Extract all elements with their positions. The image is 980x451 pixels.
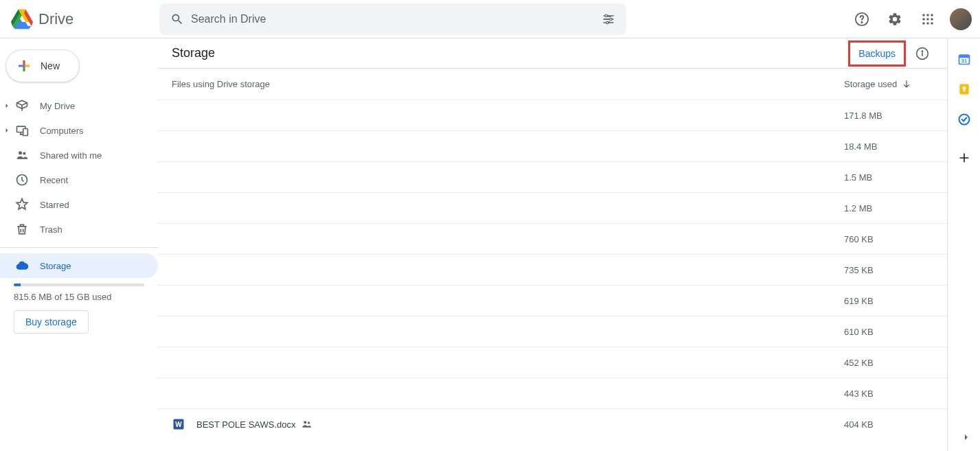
svg-text:31: 31 — [961, 58, 966, 64]
file-row[interactable]: 18.4 MB — [158, 130, 947, 161]
file-size: 443 KB — [844, 389, 926, 399]
file-size: 18.4 MB — [844, 141, 926, 152]
file-row[interactable]: 443 KB — [158, 378, 947, 408]
file-row[interactable]: 619 KB — [158, 285, 947, 316]
info-icon[interactable] — [909, 40, 936, 67]
divider — [0, 247, 158, 248]
nav-label: My Drive — [40, 101, 75, 111]
plus-icon — [16, 58, 32, 74]
arrow-down-icon — [901, 79, 912, 90]
new-button[interactable]: New — [5, 49, 80, 82]
storage-used-text: 815.6 MB of 15 GB used — [14, 292, 144, 302]
clock-icon — [15, 173, 29, 187]
file-size: 1.2 MB — [844, 203, 926, 213]
nav-label: Shared with me — [40, 150, 102, 161]
side-panel: 31 — [947, 38, 980, 451]
file-row[interactable]: 1.5 MB — [158, 161, 947, 192]
search-icon[interactable] — [163, 5, 191, 33]
svg-point-2 — [606, 21, 608, 23]
shared-icon — [15, 148, 29, 162]
add-addon-icon[interactable] — [957, 151, 971, 165]
apps-grid-icon[interactable] — [914, 5, 942, 33]
tasks-app-icon[interactable] — [957, 113, 971, 126]
main-content: Storage Backups Files using Drive storag… — [158, 38, 947, 451]
page-header: Storage Backups — [158, 38, 947, 69]
search-input[interactable] — [191, 13, 595, 25]
file-row[interactable]: 760 KB — [158, 223, 947, 254]
file-size: 619 KB — [844, 296, 926, 306]
nav-trash[interactable]: Trash — [0, 217, 158, 242]
backups-button[interactable]: Backups — [850, 43, 904, 65]
svg-point-8 — [922, 18, 925, 21]
file-row[interactable]: 1.2 MB — [158, 192, 947, 223]
svg-point-16 — [19, 151, 22, 154]
col-size-header[interactable]: Storage used — [844, 79, 926, 90]
nav-label: Computers — [40, 126, 84, 136]
settings-gear-icon[interactable] — [881, 5, 909, 33]
file-rows: 171.8 MB18.4 MB1.5 MB1.2 MB760 KB735 KB6… — [158, 100, 947, 446]
file-size: 735 KB — [844, 265, 926, 275]
svg-text:W: W — [175, 421, 182, 428]
new-button-label: New — [41, 60, 60, 71]
nav-label: Trash — [40, 224, 62, 235]
nav-starred[interactable]: Starred — [0, 192, 158, 217]
file-size: 452 KB — [844, 358, 926, 368]
help-icon[interactable] — [848, 5, 876, 33]
sidebar: New My Drive Computers Shared with me Re… — [0, 38, 158, 451]
calendar-app-icon[interactable]: 31 — [957, 52, 971, 66]
app-header: Drive — [0, 0, 980, 38]
trash-icon — [15, 222, 29, 236]
nav-my-drive[interactable]: My Drive — [0, 93, 158, 118]
file-row[interactable]: 452 KB — [158, 347, 947, 378]
storage-progress — [14, 284, 144, 286]
file-size: 760 KB — [844, 234, 926, 244]
file-name: BEST POLE SAWS.docx — [196, 419, 296, 430]
col-files-header: Files using Drive storage — [172, 79, 844, 89]
buy-storage-button[interactable]: Buy storage — [14, 310, 89, 334]
table-header: Files using Drive storage Storage used — [158, 69, 947, 100]
svg-point-12 — [926, 22, 929, 25]
cloud-icon — [15, 259, 29, 273]
chevron-right-icon — [3, 102, 11, 110]
nav-shared[interactable]: Shared with me — [0, 143, 158, 167]
svg-point-29 — [962, 86, 966, 90]
file-row[interactable]: 610 KB — [158, 316, 947, 347]
file-size: 404 KB — [844, 419, 926, 430]
logo-area[interactable]: Drive — [8, 5, 159, 33]
nav-label: Starred — [40, 200, 69, 210]
nav-recent[interactable]: Recent — [0, 167, 158, 192]
file-size: 1.5 MB — [844, 172, 926, 183]
nav-label: Storage — [40, 261, 71, 271]
file-size: 171.8 MB — [844, 111, 926, 121]
header-actions — [848, 5, 975, 33]
file-size: 610 KB — [844, 327, 926, 337]
search-bar[interactable] — [159, 3, 626, 35]
nav-computers[interactable]: Computers — [0, 118, 158, 143]
collapse-panel-icon[interactable] — [961, 432, 972, 443]
shared-indicator-icon — [301, 419, 312, 430]
svg-point-10 — [931, 18, 933, 21]
nav-label: Recent — [40, 175, 68, 185]
file-row[interactable]: WBEST POLE SAWS.docx404 KB — [158, 408, 947, 439]
svg-point-6 — [926, 14, 929, 16]
account-avatar[interactable] — [950, 8, 972, 30]
svg-point-23 — [304, 421, 306, 424]
svg-point-9 — [926, 18, 929, 21]
svg-point-17 — [23, 152, 25, 154]
keep-app-icon[interactable] — [957, 82, 971, 96]
svg-point-11 — [922, 22, 925, 25]
nav-storage[interactable]: Storage — [0, 253, 158, 278]
svg-point-20 — [922, 51, 922, 51]
my-drive-icon — [15, 99, 29, 113]
file-row[interactable]: 171.8 MB — [158, 100, 947, 130]
drive-logo-icon — [8, 5, 36, 33]
computers-icon — [15, 124, 29, 137]
svg-point-7 — [931, 14, 933, 16]
search-options-icon[interactable] — [595, 5, 622, 33]
file-row[interactable]: 735 KB — [158, 254, 947, 285]
star-icon — [15, 198, 29, 211]
word-doc-icon: W — [172, 417, 185, 431]
svg-point-24 — [308, 421, 310, 424]
svg-point-13 — [931, 22, 933, 25]
svg-point-0 — [605, 14, 607, 16]
